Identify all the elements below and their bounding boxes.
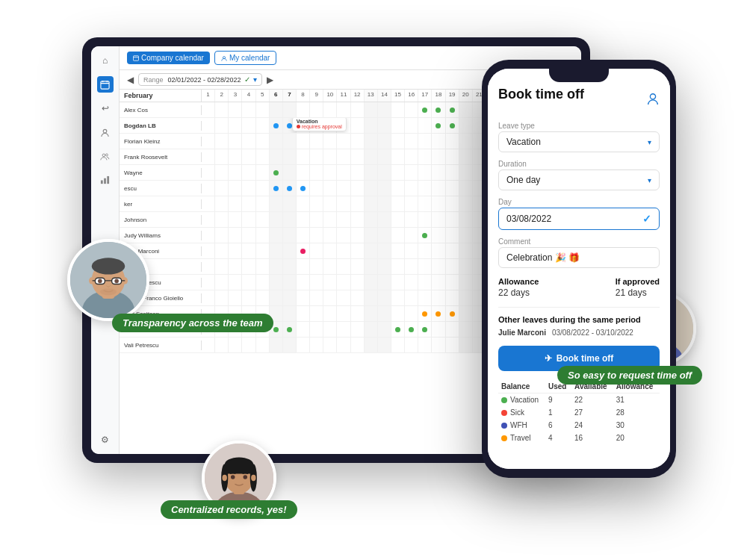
cal-cell [310, 290, 323, 305]
cal-cell [215, 165, 229, 180]
cal-cell [391, 118, 405, 133]
leave-dates: 03/08/2022 - 03/10/2022 [552, 329, 633, 337]
cal-cell [446, 196, 459, 211]
cal-cell [323, 165, 337, 180]
leave-dot [300, 249, 306, 254]
cal-cell [337, 306, 350, 321]
person-name: Alex Cos [120, 105, 202, 115]
cal-cell [337, 149, 350, 164]
cal-cell [365, 165, 378, 180]
allowance-header: Allowance [498, 277, 539, 286]
cal-cell [337, 259, 350, 274]
cal-cell [337, 181, 350, 196]
sidebar-calendar-icon[interactable] [97, 76, 114, 93]
sidebar-chart-icon[interactable] [97, 172, 114, 188]
svg-point-60 [244, 475, 248, 479]
cal-cell [229, 118, 242, 133]
cal-cell [323, 337, 337, 352]
cal-cell [242, 196, 255, 211]
duration-label: Duration [498, 160, 660, 168]
cal-cell [391, 243, 405, 258]
balance-allowance: 30 [613, 419, 660, 432]
day-field[interactable]: 03/08/2022 ✓ [498, 208, 660, 230]
cal-cell [337, 228, 350, 243]
cal-cell [405, 306, 418, 321]
svg-point-31 [100, 288, 117, 295]
cal-cell [270, 275, 283, 290]
cal-cell [283, 306, 297, 321]
cal-cell [378, 337, 391, 352]
duration-group: Duration One day ▾ [498, 160, 660, 190]
cal-day-9: 9 [310, 90, 323, 102]
cal-cell [270, 165, 283, 180]
next-month-button[interactable]: ▶ [267, 75, 273, 85]
cal-cell [418, 243, 432, 258]
cal-cell [365, 322, 378, 337]
cal-cell [256, 196, 270, 211]
cal-cell [378, 134, 391, 149]
cal-day-19: 19 [446, 90, 459, 102]
duration-dropdown-icon: ▾ [648, 176, 651, 184]
my-calendar-button[interactable]: My calendar [214, 51, 276, 65]
centralized-label: Centralized records, yes! [161, 500, 297, 519]
day-check-icon: ✓ [642, 213, 651, 225]
cal-cell [459, 259, 473, 274]
sidebar-person-icon[interactable] [97, 124, 114, 140]
leave-type-field[interactable]: Vacation ▾ [498, 131, 660, 152]
cal-cell [215, 290, 229, 305]
sidebar-history-icon[interactable]: ↩ [97, 100, 114, 116]
cal-cell [323, 259, 337, 274]
cal-cell [256, 290, 270, 305]
person-name: escu [120, 184, 202, 193]
cal-cell [242, 275, 255, 290]
cal-cell [418, 196, 432, 211]
cal-cell [283, 228, 297, 243]
cal-cell [256, 243, 270, 258]
cal-cell [351, 259, 365, 274]
leave-dot [287, 123, 292, 128]
cal-cell [323, 102, 337, 117]
cal-cell [459, 243, 473, 258]
svg-rect-9 [107, 175, 109, 183]
svg-point-4 [103, 129, 107, 133]
cal-cell [432, 322, 445, 337]
cal-day-6: 6 [270, 90, 283, 102]
comment-field[interactable]: Celebration 🎉 🎁 [498, 247, 660, 268]
svg-point-5 [102, 154, 105, 157]
prev-month-button[interactable]: ◀ [127, 75, 134, 85]
balance-table: Balance Used Available Allowance Vacatio… [498, 380, 660, 444]
sidebar-group-icon[interactable] [97, 148, 114, 164]
leave-dot [273, 327, 279, 332]
cal-cell [310, 228, 323, 243]
svg-rect-56 [224, 463, 254, 474]
cal-day-16: 16 [405, 90, 418, 102]
balance-row: Vacation 9 22 31 [498, 393, 660, 407]
cal-cell [297, 149, 310, 164]
svg-point-16 [650, 93, 655, 99]
cal-day-12: 12 [351, 90, 365, 102]
sidebar-home-icon[interactable]: ⌂ [97, 52, 114, 69]
cal-cell [418, 275, 432, 290]
cal-cell [270, 134, 283, 149]
cal-cell [351, 149, 365, 164]
cal-cell [365, 118, 378, 133]
cal-cell [459, 275, 473, 290]
cal-day-11: 11 [337, 90, 350, 102]
balance-row: Travel 4 16 20 [498, 432, 660, 444]
sidebar-settings-icon[interactable]: ⚙ [97, 432, 114, 448]
cal-cell [283, 337, 297, 352]
cal-cell [297, 306, 310, 321]
company-calendar-button[interactable]: Company calendar [127, 52, 210, 64]
range-selector[interactable]: Range 02/01/2022 - 02/28/2022 ✓ ▾ [138, 73, 262, 86]
cal-cell [459, 181, 473, 196]
cal-cell [310, 275, 323, 290]
duration-field[interactable]: One day ▾ [498, 169, 660, 190]
cal-cell [270, 102, 283, 117]
cal-cell [446, 228, 459, 243]
cal-cell [297, 228, 310, 243]
cal-day-4: 4 [242, 90, 255, 102]
cal-cell [365, 212, 378, 227]
cal-cell [297, 196, 310, 211]
cal-cell [391, 165, 405, 180]
balance-row: Sick 1 27 28 [498, 406, 660, 419]
